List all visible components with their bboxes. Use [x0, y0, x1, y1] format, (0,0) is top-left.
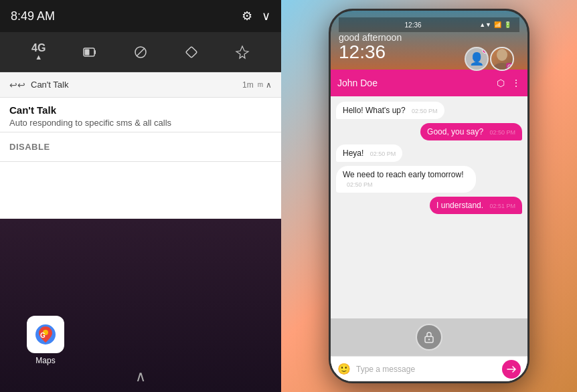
- message-bubble: Good, you say? 02:50 PM: [420, 123, 522, 140]
- lock-screen-section: 12:36 ▲▼ 📶 🔋 good afternoon 12:36 👤: [331, 11, 527, 70]
- chat-input[interactable]: Type a message: [356, 365, 502, 374]
- message-text: Good, you say?: [427, 127, 483, 136]
- message-bubble: Heya! 02:50 PM: [336, 144, 402, 162]
- message-text: I understand.: [436, 201, 483, 210]
- status-time: 8:49 AM: [11, 9, 55, 23]
- left-panel: 8:49 AM ⚙ ∨ 4G ▲ ↩↩ Can't Talk 1m: [0, 0, 281, 392]
- avatar-contact: [490, 47, 514, 71]
- more-icon[interactable]: ⋮: [511, 78, 521, 88]
- svg-rect-1: [94, 50, 96, 54]
- phone-status-icons: ▲▼ 📶 🔋: [479, 21, 511, 28]
- message-row: Hello! What's up? 02:50 PM: [336, 102, 522, 119]
- dnd-icon: [133, 45, 148, 60]
- lock-icon-area: [331, 318, 527, 356]
- notification-dot: [482, 47, 489, 54]
- message-text: Hello! What's up?: [343, 106, 406, 115]
- 4g-icon: 4G ▲: [31, 43, 46, 61]
- contact-name: John Doe: [337, 78, 497, 88]
- notification-title: Can't Talk: [9, 104, 272, 116]
- reply-icon: ↩↩: [9, 80, 25, 90]
- svg-line-4: [137, 48, 145, 56]
- chat-header: John Doe ⬡ ⋮: [331, 70, 527, 96]
- chat-messages: Hello! What's up? 02:50 PM Good, you say…: [331, 96, 527, 318]
- message-time: 02:50 PM: [412, 108, 438, 114]
- message-bubble: I understand. 02:51 PM: [430, 197, 522, 214]
- maps-icon: G: [27, 316, 64, 353]
- notification-area: ↩↩ Can't Talk 1m m ∧ Can't Talk Auto res…: [0, 72, 281, 219]
- maps-label: Maps: [35, 356, 55, 365]
- message-bubble: Hello! What's up? 02:50 PM: [336, 102, 444, 119]
- chat-header-actions: ⬡ ⋮: [497, 78, 521, 88]
- rotate-icon: [184, 45, 199, 60]
- message-time: 02:51 PM: [489, 203, 515, 209]
- avatar-user: 👤: [465, 47, 489, 71]
- emoji-icon[interactable]: 🙂: [337, 363, 351, 375]
- notification-app-name: Can't Talk: [31, 80, 242, 90]
- message-row: Good, you say? 02:50 PM: [336, 123, 522, 140]
- message-bubble: We need to reach early tomorrow! 02:50 P…: [336, 166, 476, 193]
- message-row: We need to reach early tomorrow! 02:50 P…: [336, 166, 522, 193]
- message-time: 02:50 PM: [370, 151, 396, 157]
- home-screen-dark-area: G Maps ∧: [0, 219, 281, 392]
- phone-mockup: 12:36 ▲▼ 📶 🔋 good afternoon 12:36 👤: [329, 9, 529, 383]
- message-row: Heya! 02:50 PM: [336, 144, 522, 162]
- collapse-chevron-icon[interactable]: ∧: [266, 80, 272, 90]
- notification-time-unit: m: [258, 81, 263, 88]
- svg-point-13: [511, 66, 511, 66]
- user-avatar-placeholder: 👤: [469, 52, 484, 66]
- status-bar: 8:49 AM ⚙ ∨: [0, 0, 281, 32]
- chevron-down-icon[interactable]: ∨: [262, 9, 270, 23]
- svg-point-12: [509, 66, 511, 68]
- chat-input-area: 🙂 Type a message: [331, 356, 527, 381]
- battery-icon: [82, 45, 97, 60]
- status-icons: ⚙ ∨: [242, 9, 270, 23]
- svg-point-15: [428, 338, 430, 340]
- avatar-area: 👤: [465, 47, 514, 71]
- message-time: 02:50 PM: [489, 129, 515, 136]
- up-chevron-icon[interactable]: ∧: [135, 368, 146, 385]
- message-text: Heya!: [343, 149, 363, 158]
- disable-button[interactable]: DISABLE: [9, 139, 50, 155]
- phone-screen: 12:36 ▲▼ 📶 🔋 good afternoon 12:36 👤: [331, 11, 527, 381]
- instagram-badge: [506, 63, 514, 71]
- chat-area: John Doe ⬡ ⋮ Hello! What's up? 02:50 PM: [331, 70, 527, 381]
- lock-icon: [416, 324, 442, 351]
- message-row: I understand. 02:51 PM: [336, 197, 522, 214]
- notification-time: 1m: [242, 80, 254, 90]
- svg-rect-2: [84, 49, 89, 55]
- wifi-icon: 📶: [494, 21, 501, 28]
- signal-icon: ▲▼: [479, 21, 491, 28]
- notification-body: Can't Talk Auto responding to specific s…: [0, 98, 281, 132]
- svg-point-9: [497, 49, 507, 61]
- notification-header: ↩↩ Can't Talk 1m m ∧: [0, 72, 281, 98]
- airplane-icon: [235, 45, 250, 60]
- battery-phone-icon: 🔋: [504, 21, 511, 28]
- notification-description: Auto responding to specific sms & all ca…: [9, 118, 272, 128]
- notification-action-area: DISABLE: [0, 132, 281, 162]
- phone-status-bar: 12:36 ▲▼ 📶 🔋: [339, 17, 519, 32]
- message-time: 02:50 PM: [347, 181, 373, 188]
- right-panel: 12:36 ▲▼ 📶 🔋 good afternoon 12:36 👤: [281, 0, 577, 392]
- open-icon[interactable]: ⬡: [497, 78, 505, 88]
- svg-text:G: G: [40, 332, 46, 339]
- gear-icon[interactable]: ⚙: [242, 9, 252, 23]
- quick-settings-bar: 4G ▲: [0, 32, 281, 72]
- message-text: We need to reach early tomorrow!: [343, 170, 464, 179]
- maps-app-icon-container[interactable]: G Maps: [27, 316, 64, 365]
- phone-status-time: 12:36: [405, 21, 422, 29]
- svg-rect-5: [185, 46, 197, 58]
- send-button[interactable]: [502, 360, 521, 379]
